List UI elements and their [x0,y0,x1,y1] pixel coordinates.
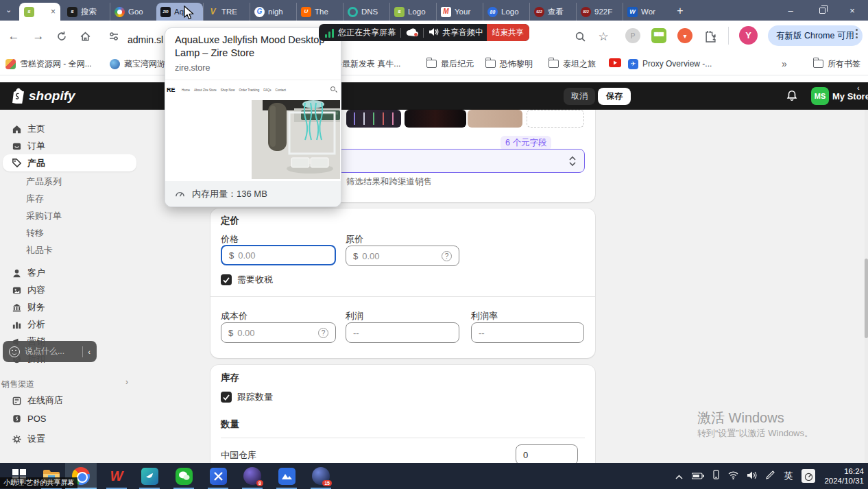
sidebar-item-transfers[interactable]: 转移 [3,225,136,241]
bookmark-folder[interactable]: 泰坦之旅 [548,57,596,71]
bookmark-item[interactable]: ✈ Proxy Overview -... [628,57,712,71]
add-media-tile[interactable] [527,110,584,128]
extension-download-icon[interactable]: ▾ [677,28,692,43]
window-close-button[interactable]: × [836,0,868,21]
wps-button[interactable]: W [101,463,132,489]
cloud-icon[interactable] [406,27,418,38]
chrome-update-chip[interactable]: 有新版 Chrome 可用 [768,25,863,46]
address-bar-url[interactable]: admin.sl [128,34,163,45]
browser-tab[interactable]: M Your [436,3,483,21]
window-minimize-button[interactable]: – [775,0,806,21]
all-bookmarks-folder[interactable]: 所有书签 [813,57,860,71]
browser-8-button[interactable]: 8 [237,463,268,489]
channels-chevron-icon[interactable]: › [125,377,128,387]
ime-indicator[interactable]: 英 [784,470,793,482]
bookmark-folder[interactable]: 最后纪元 [426,57,474,71]
pen-icon[interactable] [766,470,775,482]
cost-input[interactable]: $ 0.00 ? [221,322,336,343]
bookmark-item[interactable]: 藏宝湾网游 [110,57,165,71]
back-icon[interactable]: ← [4,27,23,46]
scrollbar-thumb[interactable] [865,259,868,338]
browser-15-button[interactable]: 15 [305,463,337,489]
collapse-chevron-icon[interactable]: ‹ [857,84,860,92]
media-thumbnail[interactable] [405,110,466,128]
sidebar-item-online-store[interactable]: 在线商店 [3,392,136,409]
bookmarks-overflow-icon[interactable]: » [782,57,787,71]
help-icon[interactable]: ? [318,328,328,338]
price-input[interactable]: $ 0.00 [221,245,336,265]
assistant-collapse-icon[interactable]: ‹ [88,348,91,356]
tax-checkbox-row[interactable]: 需要收税 [221,274,273,286]
home-icon[interactable] [75,27,95,46]
shield-app-button[interactable] [134,463,165,489]
wechat-button[interactable] [168,463,200,489]
phone-icon[interactable] [713,470,719,482]
browser-tab[interactable]: 922 922F [576,3,623,21]
profile-avatar[interactable]: Y [739,26,758,45]
forward-icon[interactable]: → [29,27,48,46]
browser-tab[interactable]: V TRE [203,3,250,21]
store-avatar[interactable]: MS [811,87,829,105]
stop-sharing-button[interactable]: 结束共享 [487,24,529,41]
browser-tab[interactable]: U The [296,3,343,21]
site-info-icon[interactable] [104,27,123,46]
x-app-button[interactable] [202,463,234,489]
bookmark-folder[interactable]: 恐怖黎明 [485,57,533,71]
bookmark-item[interactable]: 雪糕资源网 - 全网... [5,57,92,71]
help-icon[interactable]: ? [442,251,452,261]
battery-icon[interactable] [692,470,704,482]
save-button[interactable]: 保存 [598,88,631,105]
window-maximize-button[interactable] [806,0,838,21]
sidebar-item-gift-cards[interactable]: 礼品卡 [3,242,136,259]
metafields-link[interactable]: 6 个元字段 [501,136,551,150]
bookmark-star-icon[interactable]: ☆ [594,27,613,46]
shopify-logo[interactable]: shopify [11,88,75,104]
track-quantity-row[interactable]: 跟踪数量 [221,391,273,403]
browser-tab[interactable]: s 搜索 [63,3,110,21]
tab-close-icon[interactable]: × [51,8,56,16]
browser-tab[interactable]: 88 Logo [483,3,529,21]
compare-price-input[interactable]: $ 0.00 ? [346,246,459,266]
browser-tab[interactable]: Goo [110,3,156,21]
sidebar-item-pos[interactable]: POS [3,410,136,427]
media-thumbnail[interactable] [468,110,522,128]
tray-expand-icon[interactable] [675,470,683,482]
sidebar-item-home[interactable]: 主页 [3,121,136,137]
sidebar-item-collections[interactable]: 产品系列 [3,174,136,190]
browser-tab[interactable]: DNS [343,3,389,21]
sidebar-item-finance[interactable]: 财务 [3,299,136,315]
checkbox-checked-icon[interactable] [221,274,232,285]
sidebar-item-orders[interactable]: 订单 [3,138,136,154]
sidebar-item-purchase-orders[interactable]: 采购订单 [3,208,136,224]
profit-input[interactable]: -- [346,322,459,343]
clock[interactable]: 16:24 2024/10/31 [824,466,864,486]
browser-tab-hovered[interactable]: ZIR Aqu [156,3,203,21]
margin-input[interactable]: -- [471,322,584,343]
sidebar-item-analytics[interactable]: 分析 [3,316,136,333]
assistant-input[interactable]: 说点什么... [25,346,77,357]
browser-menu-icon[interactable] [856,29,858,38]
extension-p-icon[interactable]: P [625,28,640,43]
sidebar-item-inventory[interactable]: 库存 [3,191,136,207]
volume-icon[interactable] [747,470,757,482]
media-thumbnail[interactable] [346,110,401,128]
notifications-bell-icon[interactable] [786,89,798,105]
cancel-button[interactable]: 取消 [564,88,595,105]
browser-tab[interactable]: G nigh [250,3,296,21]
mountain-app-button[interactable] [271,463,302,489]
wifi-icon[interactable] [728,470,738,482]
gauge-tray-icon[interactable] [801,469,815,483]
reload-icon[interactable] [52,27,71,46]
browser-tab[interactable]: W Wor [623,3,669,21]
sidebar-item-content[interactable]: 内容 [3,282,136,298]
browser-tab[interactable]: 922 查看 [529,3,576,21]
tab-search-chevron-icon[interactable]: ⌄ [5,5,12,14]
sidebar-item-settings[interactable]: 设置 [3,431,136,447]
zoom-icon[interactable] [570,27,590,46]
bookmark-youtube[interactable] [609,57,621,71]
quantity-input[interactable]: 0 [516,444,578,463]
extensions-puzzle-icon[interactable] [701,27,720,46]
bookmark-item[interactable]: 读-最新发表 真牛... [331,57,400,71]
active-tab[interactable]: s × [19,3,60,21]
sidebar-item-products[interactable]: 产品 [3,154,136,171]
